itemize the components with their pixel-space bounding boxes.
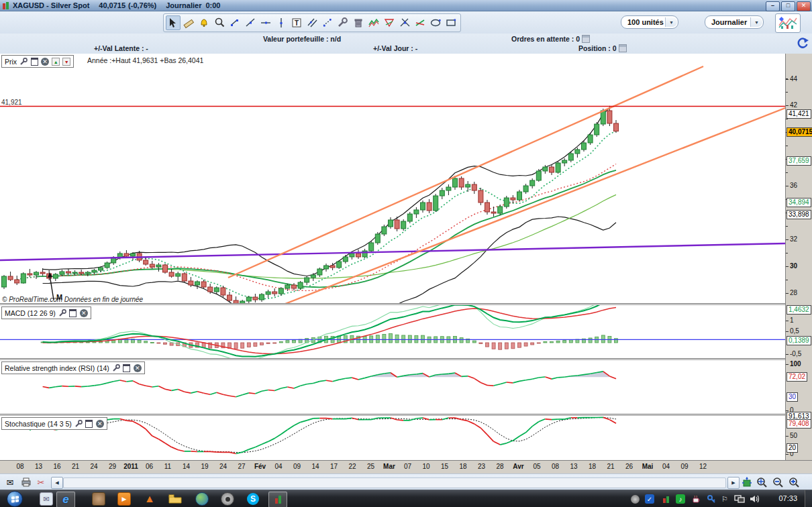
price-axis-gutter[interactable]: 44423632302841,42140,071537,65934,89433,… <box>785 54 812 473</box>
alert-level-label: 41,921 <box>1 99 22 106</box>
segment-tool[interactable] <box>227 15 242 30</box>
show-desktop-button[interactable] <box>805 490 812 507</box>
axis-value-box: 1,4632 <box>786 305 811 315</box>
emule-icon[interactable] <box>90 492 107 506</box>
horizontal-scrollbar[interactable] <box>63 477 726 488</box>
window-last-price: 40,0715 <box>99 1 125 9</box>
wrench-tools-tool[interactable] <box>336 15 350 30</box>
tray-music-icon[interactable]: ♪ <box>675 494 686 504</box>
wrench-icon[interactable] <box>112 364 120 372</box>
tray-network-icon[interactable] <box>734 494 745 504</box>
time-axis[interactable]: 0813162124292011061114192427Fév040914172… <box>0 460 812 473</box>
move-up-icon[interactable]: ▲ <box>52 58 60 66</box>
parallel-lines-tool[interactable] <box>305 15 319 30</box>
close-icon[interactable]: ✕ <box>134 364 142 372</box>
vertical-line-tool[interactable] <box>274 15 289 30</box>
chart-style-icon <box>778 16 797 30</box>
magnifier-tool[interactable] <box>212 15 227 30</box>
ellipse-tool[interactable] <box>428 15 443 30</box>
dotted-slant-tool[interactable] <box>320 15 335 30</box>
webcam-icon[interactable] <box>219 492 236 506</box>
window-time: 0:00 <box>205 1 220 9</box>
fit-chart-icon[interactable] <box>741 476 753 488</box>
tray-flag-icon[interactable]: ⚐ <box>719 494 730 504</box>
refresh-icon[interactable] <box>796 37 809 52</box>
trash-tool[interactable] <box>351 15 366 30</box>
position-value: Position : 0 <box>578 44 627 52</box>
vlc-icon[interactable]: ▲ <box>141 492 158 506</box>
macd-panel-title: MACD (12 26 9) <box>5 309 56 317</box>
position-sheet-icon[interactable] <box>619 44 627 52</box>
text-tool[interactable]: T <box>289 15 304 30</box>
tray-check-icon[interactable]: ✓ <box>644 494 655 504</box>
scroll-left-button[interactable]: ◀ <box>51 477 63 489</box>
ruler-tool[interactable] <box>181 15 196 30</box>
app-candlestick-icon <box>3 2 9 9</box>
scroll-right-button[interactable]: ▶ <box>727 477 740 489</box>
axis-tick-label: 42 <box>790 101 797 109</box>
price-chart[interactable] <box>0 54 785 303</box>
window-icon[interactable] <box>30 58 38 66</box>
close-icon[interactable]: ✕ <box>80 309 88 317</box>
mail-icon[interactable]: ✉ <box>4 476 16 488</box>
zoom-in-icon[interactable] <box>788 476 800 488</box>
start-button[interactable] <box>7 491 23 507</box>
tool-group: T <box>163 13 461 32</box>
move-down-icon[interactable]: ▼ <box>62 58 70 66</box>
zigzag-green-tool[interactable] <box>366 15 381 30</box>
close-icon[interactable]: ✕ <box>96 420 104 428</box>
stochastic-chart[interactable] <box>0 416 785 460</box>
tray-webcam-icon[interactable] <box>629 494 640 504</box>
chevron-down-icon[interactable]: ▼ <box>750 17 762 27</box>
trendline-tool[interactable] <box>243 15 258 30</box>
zoom-range-icon[interactable] <box>756 476 768 488</box>
restore-button[interactable]: □ <box>781 1 795 11</box>
tray-coffee-icon[interactable] <box>691 494 702 504</box>
horizontal-line-tool[interactable] <box>258 15 273 30</box>
portfolio-value: Valeur portefeuille : n/d <box>201 35 403 43</box>
period-dropdown[interactable]: Journalier ▼ <box>705 15 764 29</box>
alarm-bell-tool[interactable] <box>197 15 211 30</box>
tray-key-icon[interactable] <box>706 494 717 504</box>
axis-value-box: 20 <box>786 443 798 453</box>
pattern-red-tool[interactable] <box>382 15 397 30</box>
minimize-button[interactable]: – <box>766 1 780 11</box>
chart-area[interactable] <box>0 54 812 473</box>
window-icon[interactable] <box>123 364 131 372</box>
pointer-tool[interactable] <box>166 15 181 30</box>
wrench-icon[interactable] <box>74 420 83 428</box>
skype-icon[interactable]: S <box>244 492 262 506</box>
zoom-out-icon[interactable] <box>772 476 784 488</box>
window-icon[interactable] <box>85 420 93 428</box>
close-icon[interactable]: ✕ <box>41 58 49 66</box>
folder-icon[interactable] <box>166 492 184 506</box>
axis-value-box: 79,408 <box>786 419 811 429</box>
taskbar-clock: 07:33 <box>778 494 797 502</box>
printer-icon[interactable] <box>20 476 32 488</box>
chevron-down-icon[interactable]: ▼ <box>665 17 677 27</box>
media-player-icon[interactable]: ▶ <box>115 492 133 506</box>
internet-explorer-icon[interactable]: e <box>56 492 75 507</box>
close-button[interactable]: ✕ <box>797 1 811 11</box>
tray-speaker-icon[interactable] <box>749 494 760 504</box>
scissors-icon[interactable]: ✂ <box>35 476 47 488</box>
rsi-panel-header: Relative strength index (RSI) (14) ✕ <box>1 361 145 374</box>
macd-chart[interactable] <box>0 305 785 358</box>
mail-app-icon[interactable]: ✉ <box>38 492 55 506</box>
globe-icon[interactable] <box>193 492 211 506</box>
wrench-icon[interactable] <box>58 309 66 317</box>
crossed-lines-tool[interactable] <box>397 15 412 30</box>
axis-value-box: 30 <box>786 392 798 402</box>
taskbar: ✉ e ▶ ▲ S ✓ ♪ ⚐ 07:33 <box>0 490 812 507</box>
title-bar[interactable]: XAGUSD - Silver Spot 40,0715 (-0,76%) Jo… <box>0 0 812 11</box>
prorealtime-icon[interactable] <box>268 492 287 507</box>
window-icon[interactable] <box>69 309 77 317</box>
chart-style-button[interactable] <box>775 13 801 33</box>
regression-tool[interactable] <box>413 15 427 30</box>
wrench-icon[interactable] <box>19 58 28 66</box>
rectangle-tool[interactable] <box>444 15 458 30</box>
tray-candles-icon[interactable] <box>660 494 671 504</box>
units-dropdown[interactable]: 100 unités ▼ <box>621 15 678 29</box>
orders-sheet-icon[interactable] <box>582 35 590 43</box>
macd-panel-header: MACD (12 26 9) ✕ <box>1 306 91 319</box>
